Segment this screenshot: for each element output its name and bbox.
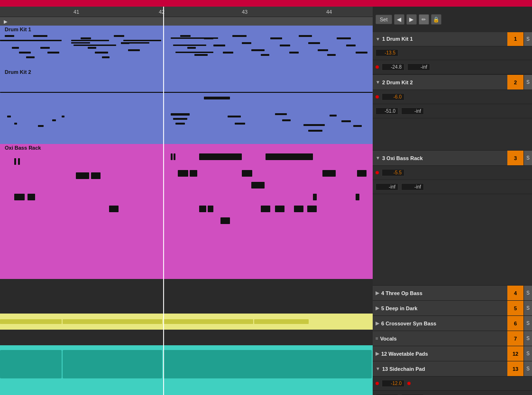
- ct-num-three-op[interactable]: 4: [507, 286, 523, 300]
- drumkit2-spacer: [373, 118, 532, 150]
- ct-name-crossover: ▶ 6 Crossover Syn Bass: [373, 316, 507, 331]
- rt-s-drumkit2[interactable]: S: [523, 75, 532, 90]
- vol-sidechain-1[interactable]: -12.0: [382, 380, 404, 387]
- sidechain-name: 13 Sidechain Pad: [382, 366, 425, 372]
- track-oxi: Oxi Bass Rack: [0, 144, 373, 279]
- rt-num-oxi[interactable]: 3: [507, 151, 523, 165]
- vol-drumkit2-3[interactable]: -inf: [401, 108, 424, 115]
- vol-drumkit1-1[interactable]: -13.5: [376, 49, 398, 56]
- right-track-sidechain: ▼ 13 Sidechain Pad 13 S -12.0 -inf -inf: [373, 361, 532, 395]
- drumkit1-label: Drum Kit 1: [5, 27, 31, 32]
- vol-drumkit2-1[interactable]: -6.0: [382, 93, 404, 100]
- ct-s-wavetable[interactable]: S: [523, 346, 532, 361]
- rt-name-drumkit1: ▼ 1 Drum Kit 1: [373, 32, 507, 46]
- nav-back-button[interactable]: ◀: [394, 14, 404, 25]
- right-tracks: ▼ 1 Drum Kit 1 1 S -13.5 -24.8 -inf ▼ 2 …: [373, 32, 532, 395]
- crossover-name: 6 Crossover Syn Bass: [381, 321, 436, 326]
- sidechain-arrow: ▼: [376, 366, 380, 371]
- nav-forward-button[interactable]: ▶: [406, 14, 417, 25]
- right-track-drumkit1: ▼ 1 Drum Kit 1 1 S -13.5 -24.8 -inf: [373, 32, 532, 75]
- rt-name-drumkit2: ▼ 2 Drum Kit 2: [373, 75, 507, 90]
- ct-num-vocals[interactable]: 7: [507, 331, 523, 346]
- rt-num-sidechain[interactable]: 13: [507, 361, 523, 376]
- meter-sub-oxi-1: -5.5: [373, 166, 532, 180]
- rt-s-sidechain[interactable]: S: [523, 361, 532, 376]
- deep-arrow: ▶: [376, 305, 379, 311]
- ruler-41: 41: [73, 9, 79, 15]
- meter-sub-oxi-2: -inf -inf: [373, 180, 532, 194]
- red-dot-drumkit2: [376, 95, 379, 99]
- ct-s-vocals[interactable]: S: [523, 331, 532, 346]
- vocals-name: Vocals: [380, 336, 397, 341]
- pencil-button[interactable]: ✏: [419, 14, 429, 25]
- right-panel: Set ◀ ▶ ✏ 🔒 ▼ 1 Drum Kit 1 1 S -13.5 -24…: [373, 7, 532, 395]
- right-track-vocals: ≡ Vocals 7 S: [373, 331, 532, 346]
- track-drumkit1: Drum Kit 1: [0, 26, 373, 68]
- vol-drumkit2-2[interactable]: -51.0: [376, 108, 398, 115]
- rt-s-drumkit1[interactable]: S: [523, 32, 532, 46]
- rt-num-drumkit1[interactable]: 1: [507, 32, 523, 46]
- ct-name-wavetable: ▶ 12 Wavetable Pads: [373, 346, 507, 361]
- ct-s-crossover[interactable]: S: [523, 316, 532, 331]
- red-dot-sidechain2: [407, 382, 411, 385]
- rt-name-sidechain: ▼ 13 Sidechain Pad: [373, 361, 507, 376]
- loop-region: ▶: [0, 17, 373, 26]
- track-vocals: [0, 314, 373, 330]
- vol-oxi-2[interactable]: -inf: [376, 183, 398, 190]
- oxi-label: Oxi Bass Rack: [5, 145, 41, 151]
- red-dot-drumkit1: [376, 65, 379, 69]
- tracks-area: Drum Kit 1: [0, 26, 373, 395]
- top-bar: [0, 0, 532, 7]
- right-track-oxi: ▼ 3 Oxi Bass Rack 3 S -5.5 -inf -inf: [373, 151, 532, 286]
- meter-sub-drumkit2-1: -6.0: [373, 90, 532, 104]
- deep-name: 5 Deep in Dark: [381, 305, 417, 311]
- three-op-arrow: ▶: [376, 290, 379, 296]
- lock-button[interactable]: 🔒: [431, 14, 441, 25]
- drumkit1-arrow: ▼: [376, 36, 380, 42]
- right-track-three-op: ▶ 4 Three Op Bass 4 S: [373, 286, 532, 301]
- meter-sub-drumkit2-2: -51.0 -inf: [373, 104, 532, 118]
- wavetable-arrow: ▶: [376, 351, 379, 356]
- wavetable-name: 12 Wavetable Pads: [381, 351, 428, 357]
- playhead: [163, 7, 164, 395]
- meter-sub-sidechain-2: -inf -inf: [373, 391, 532, 395]
- ct-num-crossover[interactable]: 6: [507, 316, 523, 331]
- set-nav-area: Set ◀ ▶ ✏ 🔒: [373, 7, 532, 32]
- red-dot-oxi: [376, 171, 379, 174]
- drumkit2-name: 2 Drum Kit 2: [382, 80, 413, 85]
- timeline-ruler: 41 42 43 44: [0, 7, 373, 17]
- right-track-crossover: ▶ 6 Crossover Syn Bass 6 S: [373, 316, 532, 331]
- right-track-wavetable: ▶ 12 Wavetable Pads 12 S: [373, 346, 532, 361]
- vol-drumkit1-2[interactable]: -24.8: [382, 63, 404, 71]
- ct-name-three-op: ▶ 4 Three Op Bass: [373, 286, 507, 300]
- meter-sub-drumkit1-2: -24.8 -inf: [373, 60, 532, 74]
- ct-num-wavetable[interactable]: 12: [507, 346, 523, 361]
- meter-sub-drumkit1-1: -13.5: [373, 46, 532, 61]
- vol-oxi-3[interactable]: -inf: [401, 183, 424, 190]
- drumkit1-name: 1 Drum Kit 1: [382, 36, 413, 42]
- right-track-drumkit2: ▼ 2 Drum Kit 2 2 S -6.0 -51.0 -inf: [373, 75, 532, 151]
- drumkit2-arrow: ▼: [376, 80, 380, 85]
- vol-drumkit1-3[interactable]: -inf: [407, 63, 430, 71]
- ct-name-vocals: ≡ Vocals: [373, 331, 507, 346]
- vocals-pattern: [0, 315, 373, 328]
- rt-name-oxi: ▼ 3 Oxi Bass Rack: [373, 151, 507, 165]
- loop-arrow: ▶: [4, 19, 8, 24]
- three-op-name: 4 Three Op Bass: [381, 290, 422, 296]
- ct-s-three-op[interactable]: S: [523, 286, 532, 300]
- vocals-icon: ≡: [376, 336, 378, 341]
- red-dot-sidechain: [376, 382, 379, 385]
- set-button[interactable]: Set: [376, 15, 392, 24]
- ct-s-deep[interactable]: S: [523, 301, 532, 315]
- oxi-arrow: ▼: [376, 155, 380, 161]
- track-drumkit2: Drum Kit 2: [0, 68, 373, 144]
- vol-oxi-1[interactable]: -5.5: [382, 169, 404, 176]
- oxi-spacer: [373, 194, 532, 285]
- crossover-arrow: ▶: [376, 321, 379, 326]
- rt-num-drumkit2[interactable]: 2: [507, 75, 523, 90]
- meter-sub-sidechain-1: -12.0: [373, 377, 532, 391]
- ct-num-deep[interactable]: 5: [507, 301, 523, 315]
- ct-name-deep: ▶ 5 Deep in Dark: [373, 301, 507, 315]
- rt-s-oxi[interactable]: S: [523, 151, 532, 165]
- ruler-44: 44: [326, 9, 332, 15]
